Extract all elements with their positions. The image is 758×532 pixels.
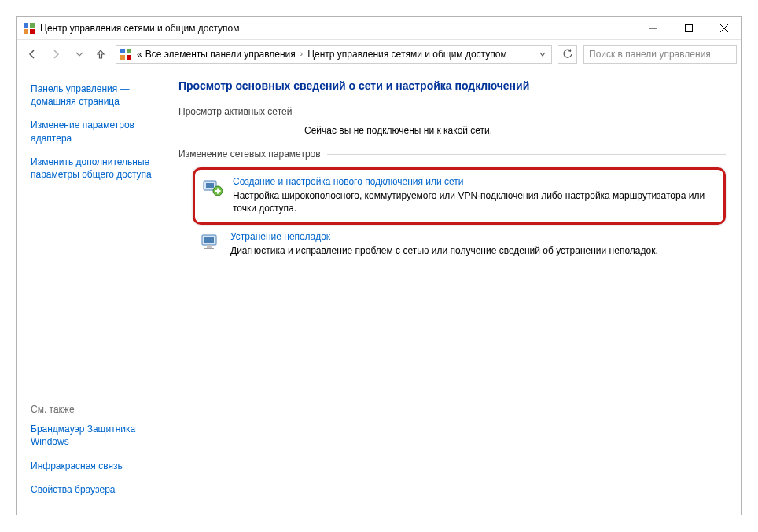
- breadcrumb-item[interactable]: Центр управления сетями и общим доступом: [306, 49, 509, 60]
- task-troubleshoot[interactable]: Устранение неполадок Диагностика и испра…: [193, 225, 726, 265]
- task-desc: Диагностика и исправление проблем с сеть…: [230, 244, 718, 257]
- task-list: Создание и настройка нового подключения …: [178, 167, 726, 266]
- address-bar[interactable]: « Все элементы панели управления › Центр…: [116, 45, 552, 64]
- see-also-browser[interactable]: Свойства браузера: [31, 483, 167, 496]
- page-title: Просмотр основных сведений о сети и наст…: [178, 79, 726, 92]
- nav-up-button[interactable]: [92, 43, 109, 65]
- address-icon: [120, 48, 132, 61]
- task-title[interactable]: Устранение неполадок: [230, 231, 718, 242]
- svg-rect-1: [30, 23, 35, 28]
- nav-recent-button[interactable]: [68, 43, 90, 65]
- navbar: « Все элементы панели управления › Центр…: [17, 40, 741, 68]
- troubleshoot-icon: [199, 231, 221, 253]
- maximize-button[interactable]: [671, 17, 706, 39]
- window-title: Центр управления сетями и общим доступом: [40, 23, 635, 34]
- breadcrumb-item[interactable]: Все элементы панели управления: [144, 49, 297, 60]
- sidebar-link-sharing[interactable]: Изменить дополнительные параметры общего…: [31, 156, 167, 181]
- window-controls: [635, 17, 741, 39]
- svg-rect-20: [204, 248, 214, 249]
- see-also-heading: См. также: [31, 404, 167, 415]
- app-icon: [23, 22, 35, 35]
- svg-rect-10: [120, 55, 125, 60]
- search-input[interactable]: [587, 48, 733, 61]
- section-active-networks: Просмотр активных сетей Сейчас вы не под…: [178, 106, 726, 136]
- see-also-infrared[interactable]: Инфракрасная связь: [31, 460, 167, 472]
- section-label: Просмотр активных сетей: [178, 106, 298, 117]
- minimize-button[interactable]: [635, 17, 671, 39]
- svg-rect-11: [127, 55, 131, 60]
- svg-rect-19: [207, 245, 212, 248]
- svg-rect-9: [127, 49, 131, 53]
- search-box[interactable]: [583, 45, 737, 64]
- body: Панель управления — домашняя страница Из…: [17, 68, 741, 515]
- sidebar-link-adapter[interactable]: Изменение параметров адаптера: [31, 119, 167, 144]
- svg-rect-13: [206, 183, 214, 188]
- svg-rect-8: [120, 49, 125, 53]
- svg-rect-2: [24, 29, 28, 34]
- nav-back-button[interactable]: [21, 43, 43, 65]
- nav-forward-button[interactable]: [45, 43, 67, 65]
- breadcrumb-prefix[interactable]: «: [135, 49, 144, 60]
- section-rule: [298, 112, 726, 112]
- refresh-button[interactable]: [558, 45, 577, 64]
- task-title[interactable]: Создание и настройка нового подключения …: [233, 176, 716, 187]
- status-text: Сейчас вы не подключены ни к какой сети.: [178, 125, 726, 136]
- section-rule: [327, 154, 726, 155]
- task-desc: Настройка широкополосного, коммутируемог…: [233, 189, 716, 215]
- svg-rect-5: [685, 24, 692, 31]
- section-label: Изменение сетевых параметров: [178, 149, 327, 160]
- see-also-firewall[interactable]: Брандмауэр Защитника Windows: [31, 423, 167, 448]
- svg-rect-18: [204, 237, 214, 243]
- main-content: Просмотр основных сведений о сети и наст…: [174, 68, 741, 515]
- titlebar: Центр управления сетями и общим доступом: [17, 17, 741, 40]
- sidebar: Панель управления — домашняя страница Из…: [17, 68, 174, 515]
- svg-rect-0: [24, 23, 28, 28]
- svg-rect-3: [30, 29, 35, 34]
- chevron-right-icon[interactable]: ›: [297, 50, 306, 58]
- sidebar-link-home[interactable]: Панель управления — домашняя страница: [31, 83, 167, 108]
- task-setup-connection[interactable]: Создание и настройка нового подключения …: [193, 167, 726, 225]
- window: Центр управления сетями и общим доступом: [16, 16, 742, 515]
- section-change-settings: Изменение сетевых параметров: [178, 149, 726, 266]
- network-setup-icon: [201, 176, 223, 198]
- address-dropdown-button[interactable]: [535, 46, 550, 63]
- close-button[interactable]: [706, 17, 741, 39]
